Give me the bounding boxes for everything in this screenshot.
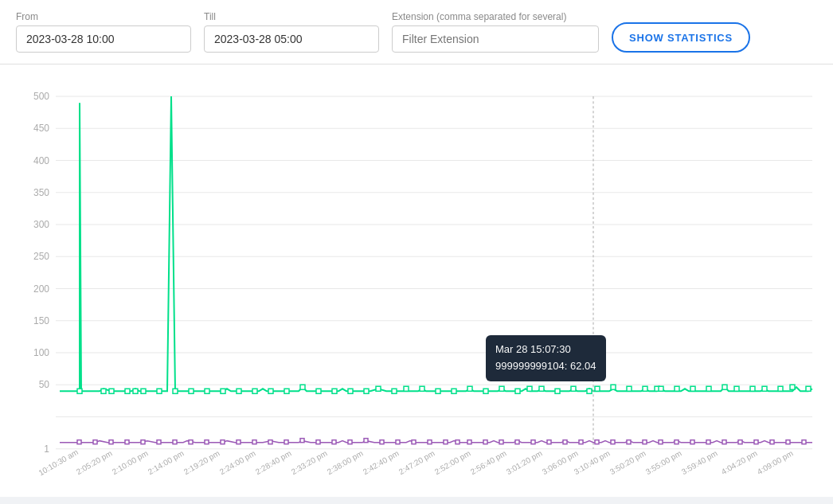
svg-rect-32	[205, 389, 209, 393]
svg-rect-113	[675, 440, 679, 444]
svg-rect-72	[778, 386, 783, 391]
svg-rect-25	[109, 389, 114, 393]
svg-text:300: 300	[33, 219, 49, 230]
svg-rect-110	[627, 440, 631, 444]
svg-rect-80	[157, 440, 161, 444]
svg-rect-112	[659, 440, 663, 444]
svg-rect-36	[268, 389, 273, 393]
svg-text:2:19:20 pm: 2:19:20 pm	[182, 448, 221, 476]
svg-rect-46	[420, 386, 424, 391]
svg-text:2:33:20 pm: 2:33:20 pm	[290, 448, 329, 476]
svg-rect-31	[189, 389, 194, 393]
svg-rect-60	[611, 385, 616, 389]
show-statistics-button[interactable]: SHOW STATISTICS	[612, 22, 750, 53]
svg-rect-39	[316, 389, 321, 393]
svg-rect-87	[268, 440, 272, 444]
svg-rect-33	[221, 389, 225, 393]
svg-rect-81	[173, 440, 177, 444]
svg-rect-38	[300, 385, 305, 389]
svg-rect-29	[157, 389, 162, 393]
svg-text:4:09:00 pm: 4:09:00 pm	[756, 448, 795, 476]
svg-rect-119	[770, 440, 774, 444]
svg-rect-83	[205, 440, 209, 444]
svg-rect-54	[539, 386, 544, 391]
till-input[interactable]	[204, 25, 379, 53]
svg-rect-59	[595, 386, 600, 391]
svg-rect-74	[806, 386, 811, 391]
svg-text:2:56:40 pm: 2:56:40 pm	[469, 448, 508, 476]
svg-rect-71	[762, 386, 767, 391]
svg-rect-106	[563, 440, 567, 444]
svg-rect-49	[467, 386, 472, 391]
svg-rect-88	[284, 440, 288, 444]
svg-rect-62	[643, 386, 647, 391]
svg-rect-120	[786, 440, 790, 444]
svg-rect-96	[412, 440, 416, 444]
chart-container: 500 450 400 350 300 250 200 150 100 50 1	[0, 64, 833, 497]
svg-rect-84	[221, 440, 225, 444]
svg-rect-23	[77, 389, 82, 393]
svg-rect-75	[77, 440, 81, 444]
svg-rect-51	[499, 386, 504, 391]
svg-rect-50	[483, 389, 488, 393]
svg-rect-91	[332, 440, 336, 444]
svg-text:1: 1	[44, 443, 49, 455]
svg-rect-98	[444, 440, 448, 444]
svg-rect-35	[252, 389, 257, 393]
svg-rect-67	[706, 386, 711, 391]
svg-rect-100	[467, 440, 471, 444]
svg-text:3:10:40 pm: 3:10:40 pm	[573, 448, 612, 476]
from-field-group: From	[16, 11, 191, 53]
main-chart: 500 450 400 350 300 250 200 150 100 50 1	[8, 80, 825, 489]
svg-rect-42	[364, 389, 369, 393]
svg-text:3:59:40 pm: 3:59:40 pm	[680, 448, 719, 476]
svg-rect-109	[611, 440, 615, 444]
svg-rect-93	[364, 439, 368, 443]
svg-rect-77	[109, 440, 113, 444]
from-label: From	[16, 11, 191, 22]
svg-rect-45	[404, 386, 409, 391]
extension-label: Extension (comma separated for several)	[392, 11, 599, 22]
svg-rect-99	[456, 440, 460, 444]
svg-rect-68	[722, 385, 727, 389]
svg-text:150: 150	[33, 315, 49, 326]
svg-text:200: 200	[33, 283, 49, 295]
svg-rect-107	[579, 440, 583, 444]
svg-rect-43	[376, 386, 381, 391]
svg-rect-89	[300, 439, 304, 443]
svg-rect-82	[189, 440, 193, 444]
svg-rect-56	[571, 386, 576, 391]
svg-rect-94	[380, 440, 384, 444]
svg-text:400: 400	[33, 155, 49, 166]
svg-text:350: 350	[33, 187, 49, 198]
svg-rect-115	[706, 440, 710, 444]
svg-rect-64	[659, 386, 663, 391]
svg-rect-70	[750, 386, 755, 391]
svg-rect-73	[790, 385, 795, 389]
svg-text:2:42:40 pm: 2:42:40 pm	[362, 448, 401, 476]
svg-rect-52	[515, 389, 520, 393]
svg-rect-47	[436, 389, 440, 393]
svg-rect-61	[627, 386, 632, 391]
svg-rect-105	[547, 440, 551, 444]
extension-field-group: Extension (comma separated for several)	[392, 11, 599, 53]
svg-rect-92	[348, 440, 352, 444]
svg-rect-121	[802, 440, 806, 444]
svg-text:2:14:00 pm: 2:14:00 pm	[147, 448, 186, 476]
svg-rect-90	[316, 440, 320, 444]
svg-rect-69	[734, 386, 739, 391]
svg-text:50: 50	[39, 379, 50, 390]
svg-text:250: 250	[33, 251, 49, 262]
svg-rect-101	[483, 440, 487, 444]
svg-rect-30	[173, 389, 178, 393]
svg-text:2:52:00 pm: 2:52:00 pm	[433, 448, 472, 476]
svg-rect-108	[595, 440, 599, 444]
svg-rect-40	[332, 389, 337, 393]
from-input[interactable]	[16, 25, 191, 53]
svg-text:3:01:20 pm: 3:01:20 pm	[505, 448, 544, 476]
svg-text:2:05:20 pm: 2:05:20 pm	[75, 448, 114, 476]
extension-input[interactable]	[392, 25, 599, 53]
svg-rect-97	[428, 440, 432, 444]
svg-rect-28	[141, 389, 146, 393]
svg-rect-116	[722, 440, 726, 444]
